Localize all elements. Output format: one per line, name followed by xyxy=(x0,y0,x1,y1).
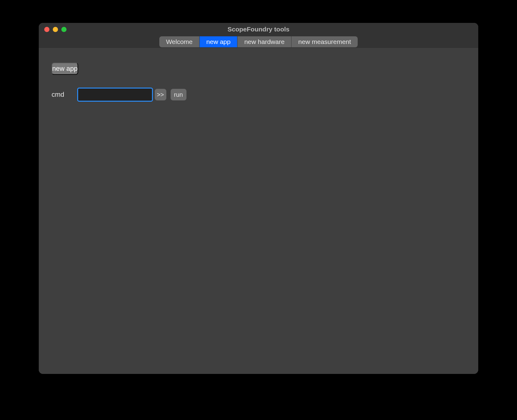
tab-welcome[interactable]: Welcome xyxy=(159,36,199,47)
cmd-input[interactable] xyxy=(77,88,153,102)
titlebar: ScopeFoundry tools xyxy=(39,23,478,36)
run-button[interactable]: run xyxy=(171,89,186,100)
tab-new-hardware[interactable]: new hardware xyxy=(237,36,291,47)
tab-bar: Welcome new app new hardware new measure… xyxy=(39,36,478,48)
tab-new-measurement[interactable]: new measurement xyxy=(291,36,358,47)
tab-group: Welcome new app new hardware new measure… xyxy=(159,36,358,47)
expand-button[interactable]: >> xyxy=(155,89,166,100)
maximize-icon[interactable] xyxy=(61,27,67,32)
close-icon[interactable] xyxy=(44,27,49,32)
minimize-icon[interactable] xyxy=(53,27,58,32)
tab-new-app[interactable]: new app xyxy=(200,36,237,47)
cmd-label: cmd xyxy=(52,91,64,99)
new-app-button[interactable]: new app xyxy=(52,63,78,75)
app-window: ScopeFoundry tools Welcome new app new h… xyxy=(39,23,478,374)
content-pane: new app cmd >> run xyxy=(39,48,478,374)
window-title: ScopeFoundry tools xyxy=(227,26,289,33)
traffic-lights xyxy=(39,27,67,32)
cmd-row: cmd >> run xyxy=(52,88,465,102)
